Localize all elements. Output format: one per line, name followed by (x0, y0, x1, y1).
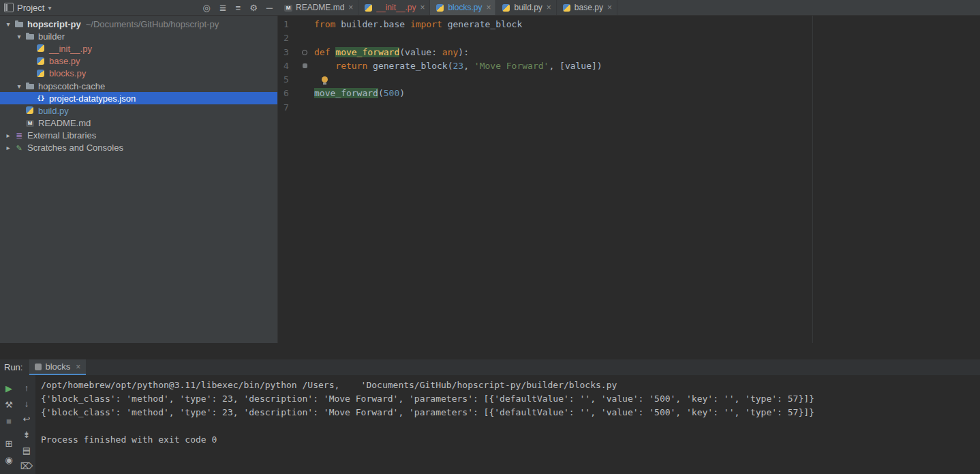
project-tool-window-icon (4, 3, 14, 12)
run-panel-title: Run: (0, 359, 29, 375)
tree-item-label: base.py (49, 56, 80, 66)
line-number: 2 (278, 31, 310, 45)
main-area: ▾hopscript-py~/Documents/GitHub/hopscrip… (0, 16, 980, 343)
tree-item-label: builder (38, 31, 65, 42)
chevron-down-icon[interactable]: ▾ (14, 83, 25, 90)
clear-all-icon[interactable]: ⌦ (18, 458, 35, 474)
chevron-down-icon[interactable]: ▾ (3, 20, 14, 28)
tree-item-label: README.md (38, 118, 91, 128)
tree-item-readme-md[interactable]: README.md (0, 117, 277, 130)
close-icon[interactable]: × (348, 3, 353, 12)
prev-occurrence-icon[interactable]: ↑ (18, 380, 35, 396)
tree-item-external-libraries[interactable]: ▸External Libraries (0, 130, 277, 142)
code-text (314, 73, 328, 87)
chevron-right-icon[interactable]: ▸ (3, 132, 14, 139)
tree-item-label: hopscotch-cache (38, 81, 105, 91)
intention-bulb-icon[interactable] (322, 76, 328, 83)
collapse-all-icon[interactable]: ≡ (236, 3, 241, 13)
tab-base-py[interactable]: base.py× (557, 0, 617, 15)
tab-readme-md[interactable]: README.md× (278, 0, 358, 15)
tab-label: README.md (296, 3, 344, 12)
close-icon[interactable]: × (420, 3, 425, 12)
console-line: {'block_class': 'method', 'type': 23, 'd… (41, 392, 980, 406)
line-number: 5 (278, 73, 310, 87)
chevron-down-icon[interactable]: ▾ (48, 4, 51, 12)
soft-wrap-icon[interactable]: ↩ (18, 411, 35, 427)
code-line: 2 (278, 31, 980, 45)
code-area: 1from builder.base import generate_block… (278, 18, 980, 115)
run-tab-blocks[interactable]: blocks × (29, 359, 86, 375)
close-icon[interactable]: × (76, 362, 80, 372)
close-icon[interactable]: × (607, 3, 612, 12)
tab-build-py[interactable]: build.py× (496, 0, 556, 15)
gutter-marker-icon[interactable] (303, 63, 307, 68)
json-file-icon (35, 93, 46, 104)
print-icon[interactable]: ▤ (18, 443, 35, 458)
markdown-file-icon (25, 118, 35, 129)
gutter-marker-icon[interactable] (302, 50, 307, 55)
tab-blocks-py[interactable]: blocks.py× (430, 0, 496, 15)
code-line: 7 (278, 101, 980, 115)
code-line: 4 return generate_block(23, 'Move Forwar… (278, 59, 980, 73)
folder-file-icon (25, 31, 35, 42)
expand-all-icon[interactable]: ≣ (219, 3, 227, 13)
locate-file-icon[interactable]: ◎ (202, 3, 210, 13)
tree-item-label: blocks.py (49, 68, 86, 78)
tree-item-hopscript-py[interactable]: ▾hopscript-py~/Documents/GitHub/hopscrip… (0, 18, 277, 30)
restore-layout-icon[interactable]: ⊞ (0, 435, 18, 451)
tree-item-blocks-py[interactable]: blocks.py (0, 68, 277, 80)
python-file-icon (35, 56, 46, 67)
tab-init-py[interactable]: __init__.py× (358, 0, 430, 15)
hide-panel-icon[interactable]: ─ (266, 3, 273, 13)
python-file-icon (25, 105, 35, 116)
settings-gear-icon[interactable]: ⚙ (249, 3, 258, 13)
stop-button[interactable]: ■ (0, 413, 18, 429)
tree-item-path: ~/Documents/GitHub/hopscript-py (86, 19, 219, 29)
scroll-to-end-icon[interactable]: ⇟ (18, 427, 35, 443)
code-line: 5 (278, 73, 980, 87)
run-panel-header: Run: blocks × (0, 359, 980, 375)
line-number: 3 (278, 46, 310, 59)
wrench-icon[interactable]: ⚒ (0, 396, 18, 413)
editor-bottom-strip (0, 343, 980, 359)
tab-label: base.py (575, 3, 603, 12)
console-line: /opt/homebrew/opt/python@3.11/libexec/bi… (41, 379, 980, 392)
run-tab-label: blocks (45, 361, 70, 372)
code-text: from builder.base import generate_block (314, 18, 522, 31)
library-file-icon (14, 130, 25, 141)
editor[interactable]: 1from builder.base import generate_block… (278, 16, 980, 343)
run-toolbar-secondary: ↑↓↩⇟▤⌦ (18, 375, 35, 474)
tree-item-base-py[interactable]: base.py (0, 55, 277, 68)
tab-label: __init__.py (376, 3, 416, 12)
code-text: move_forward(500) (314, 87, 405, 100)
tree-item-builder[interactable]: ▾builder (0, 30, 277, 42)
tree-item-label: hopscript-py (27, 19, 81, 29)
chevron-right-icon[interactable]: ▸ (3, 144, 14, 151)
tree-item-init-py[interactable]: __init__.py (0, 42, 277, 55)
python-file-icon (35, 43, 46, 54)
python-file-icon (501, 3, 510, 12)
pin-icon[interactable]: ◉ (0, 451, 18, 468)
top-bar: Project ▾ ◎≣≡⚙─ README.md×__init__.py×bl… (0, 0, 980, 16)
close-icon[interactable]: × (486, 3, 491, 12)
next-occurrence-icon[interactable]: ↓ (18, 396, 35, 411)
rerun-button[interactable]: ▶ (0, 380, 18, 396)
tree-item-hopscotch-cache[interactable]: ▾hopscotch-cache (0, 80, 277, 92)
python-file-icon (363, 3, 373, 12)
tree-item-label: project-datatypes.json (49, 93, 136, 104)
markdown-file-icon (283, 3, 292, 12)
run-config-icon (35, 364, 42, 370)
project-dropdown[interactable]: Project (17, 3, 44, 13)
line-number: 7 (278, 101, 310, 115)
line-number: 6 (278, 87, 310, 100)
python-file-icon (562, 3, 571, 12)
python-file-icon (35, 68, 46, 79)
python-file-icon (435, 3, 444, 12)
chevron-down-icon[interactable]: ▾ (14, 33, 25, 40)
folder-file-icon (25, 80, 35, 91)
close-icon[interactable]: × (547, 3, 551, 12)
tree-item-project-datatypes-json[interactable]: project-datatypes.json (0, 92, 277, 104)
tree-item-build-py[interactable]: build.py (0, 104, 277, 117)
tree-item-scratches-and-consoles[interactable]: ▸Scratches and Consoles (0, 142, 277, 154)
tree-item-label: build.py (38, 106, 69, 116)
